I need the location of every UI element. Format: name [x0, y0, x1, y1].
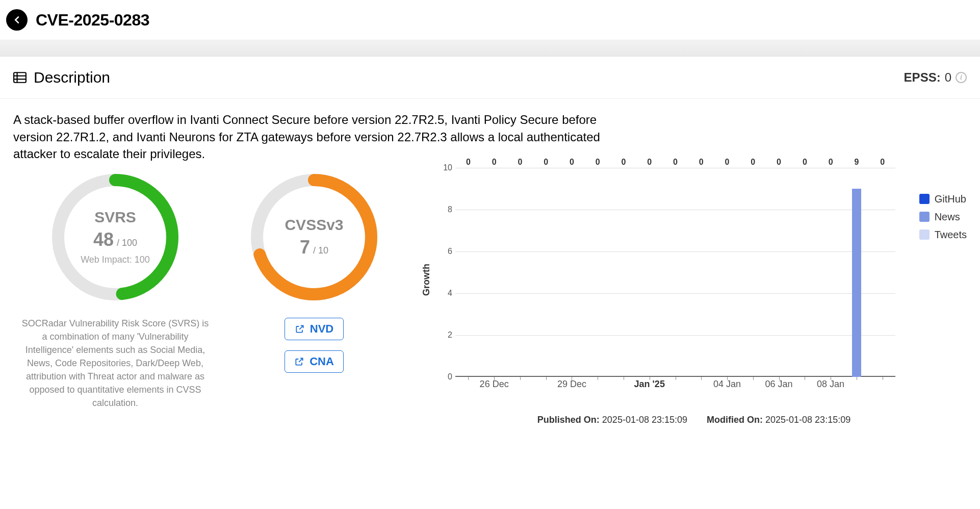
- separator-strip: [0, 40, 980, 57]
- svrs-value: 48: [93, 229, 114, 250]
- content-row: SVRS 48 / 100 Web Impact: 100 SOCRadar V…: [0, 168, 980, 430]
- bar-value-label: 0: [699, 158, 704, 167]
- section-header: Description EPSS: 0 i: [0, 57, 980, 99]
- cvss-donut: CVSSv3 7 / 10: [248, 171, 380, 303]
- bar-column: 0: [818, 168, 844, 377]
- xtick-label: Jan '25: [634, 379, 665, 390]
- ytick: 8: [448, 205, 452, 214]
- back-button[interactable]: [6, 9, 28, 31]
- bar-column: 0: [481, 168, 507, 377]
- published-value: 2025-01-08 23:15:09: [602, 415, 687, 425]
- xtick-label: 08 Jan: [817, 379, 844, 390]
- epss-score: EPSS: 0 i: [904, 70, 967, 85]
- bar-column: 0: [507, 168, 533, 377]
- bar-value-label: 0: [803, 158, 807, 167]
- cna-label: CNA: [310, 355, 334, 368]
- bar-value-label: 0: [777, 158, 781, 167]
- modified-label: Modified On:: [707, 415, 763, 425]
- bar-column: 0: [662, 168, 688, 377]
- bar-value-label: 0: [466, 158, 471, 167]
- bar-column: 0: [611, 168, 637, 377]
- legend-label: Tweets: [935, 229, 967, 241]
- bar-column: 0: [533, 168, 559, 377]
- bar-column: 0: [455, 168, 481, 377]
- header-bar: CVE-2025-0283: [0, 0, 980, 40]
- legend-label: News: [935, 211, 960, 223]
- bar-value-label: 0: [596, 158, 600, 167]
- svrs-max: / 100: [117, 238, 137, 248]
- legend-swatch: [919, 194, 930, 204]
- svrs-title: SVRS: [94, 209, 136, 226]
- cvss-max: / 10: [313, 245, 328, 256]
- bar-column: 0: [766, 168, 792, 377]
- bar-value-label: 0: [622, 158, 626, 167]
- external-link-icon: [294, 357, 304, 367]
- bar: [852, 189, 861, 377]
- xtick-label: 29 Dec: [557, 379, 586, 390]
- epss-value: 0: [945, 70, 951, 85]
- ytick: 6: [448, 247, 452, 256]
- growth-chart: 0246810 00000000000000090 26 Dec29 DecJa…: [435, 168, 967, 392]
- legend-item[interactable]: GitHub: [919, 193, 967, 205]
- svrs-donut: SVRS 48 / 100 Web Impact: 100: [49, 171, 182, 303]
- info-icon[interactable]: i: [956, 72, 967, 83]
- nvd-link-button[interactable]: NVD: [285, 318, 344, 340]
- chart-ylabel: Growth: [421, 264, 432, 296]
- bar-value-label: 0: [751, 158, 755, 167]
- bar-column: 9: [843, 168, 869, 377]
- publish-meta: Published On: 2025-01-08 23:15:09 Modifi…: [421, 415, 967, 425]
- bar-value-label: 0: [492, 158, 497, 167]
- section-title: Description: [34, 69, 110, 86]
- legend-item[interactable]: News: [919, 211, 967, 223]
- bar-value-label: 0: [518, 158, 522, 167]
- bar-value-label: 0: [880, 158, 885, 167]
- ytick: 4: [448, 289, 452, 298]
- published-label: Published On:: [537, 415, 600, 425]
- bar-column: 0: [559, 168, 585, 377]
- svg-rect-0: [14, 72, 26, 83]
- legend-swatch: [919, 230, 930, 240]
- xtick-label: 26 Dec: [480, 379, 509, 390]
- chart-column: Growth 0246810 00000000000000090 26 Dec2…: [411, 168, 967, 425]
- xtick-label: 04 Jan: [713, 379, 741, 390]
- bar-value-label: 0: [544, 158, 548, 167]
- cvss-column: CVSSv3 7 / 10 NVD CNA: [227, 168, 401, 425]
- ytick: 0: [448, 372, 452, 381]
- bar-value-label: 0: [725, 158, 730, 167]
- list-icon: [13, 72, 27, 83]
- bar-column: 0: [740, 168, 766, 377]
- nvd-label: NVD: [310, 322, 333, 336]
- svrs-description: SOCRadar Vulnerability Risk Score (SVRS)…: [18, 317, 212, 410]
- arrow-left-icon: [11, 14, 22, 26]
- bar-value-label: 0: [829, 158, 833, 167]
- bar-column: 0: [688, 168, 714, 377]
- bar-column: 0: [585, 168, 611, 377]
- external-link-icon: [295, 324, 305, 334]
- bar-value-label: 0: [647, 158, 652, 167]
- ytick: 10: [443, 163, 452, 172]
- bar-column: 0: [636, 168, 662, 377]
- epss-label: EPSS:: [904, 70, 941, 85]
- bar-column: 0: [792, 168, 818, 377]
- bar-column: 0: [869, 168, 895, 377]
- bar-value-label: 0: [673, 158, 678, 167]
- svrs-subtext: Web Impact: 100: [81, 254, 150, 265]
- svrs-column: SVRS 48 / 100 Web Impact: 100 SOCRadar V…: [13, 168, 217, 425]
- cvss-title: CVSSv3: [285, 216, 343, 234]
- bar-value-label: 0: [570, 158, 574, 167]
- legend-swatch: [919, 212, 930, 222]
- cvss-value: 7: [300, 237, 310, 258]
- xtick-label: 06 Jan: [765, 379, 793, 390]
- legend-item[interactable]: Tweets: [919, 229, 967, 241]
- bar-value-label: 9: [854, 158, 859, 167]
- bar-column: 0: [714, 168, 740, 377]
- cna-link-button[interactable]: CNA: [285, 350, 344, 373]
- legend-label: GitHub: [935, 193, 966, 205]
- page-title: CVE-2025-0283: [36, 11, 149, 30]
- modified-value: 2025-01-08 23:15:09: [765, 415, 850, 425]
- ytick: 2: [448, 330, 452, 340]
